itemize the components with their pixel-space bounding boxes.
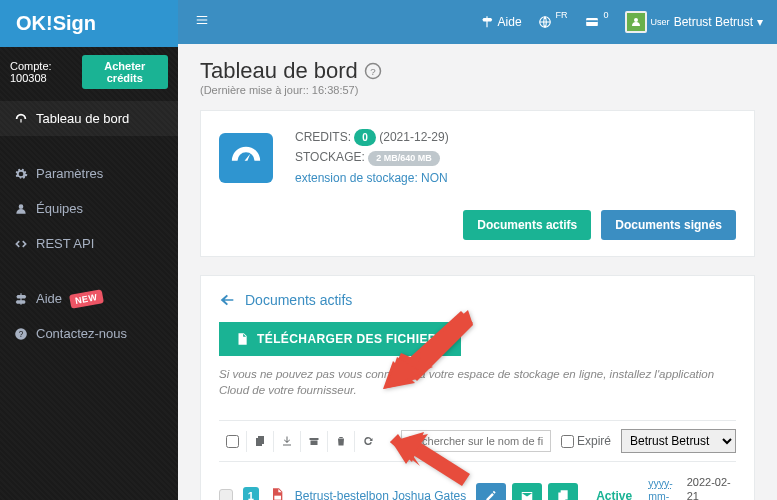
question-icon: ? <box>14 327 28 341</box>
pdf-icon <box>269 486 285 500</box>
card-badge: 0 <box>604 10 609 20</box>
row-status: Active <box>596 489 632 500</box>
svg-text:?: ? <box>370 66 376 77</box>
gear-icon <box>14 167 28 181</box>
sidebar-item-label: Contactez-nous <box>36 326 127 341</box>
topbar-help[interactable]: Aide <box>472 15 530 29</box>
svg-rect-4 <box>586 20 598 22</box>
dashboard-icon <box>14 112 28 126</box>
copy-button[interactable] <box>548 483 578 500</box>
user-filter-select[interactable]: Betrust Betrust <box>621 429 736 453</box>
topbar-help-label: Aide <box>498 15 522 29</box>
sidebar-item-settings[interactable]: Paramètres <box>0 156 178 191</box>
trash-icon[interactable] <box>328 431 355 452</box>
credits-info: CREDITS: 0 (2021-12-29) STOCKAGE: 2 MB/6… <box>295 127 449 188</box>
signpost-icon <box>14 292 28 306</box>
new-badge: NEW <box>69 289 103 308</box>
storage-extension-link[interactable]: extension de stockage: NON <box>295 171 448 185</box>
signed-documents-button[interactable]: Documents signés <box>601 210 736 240</box>
code-icon <box>14 237 28 251</box>
search-input[interactable] <box>401 430 551 452</box>
hamburger-icon <box>194 13 210 27</box>
sidebar-item-label: REST API <box>36 236 94 251</box>
sidebar-item-contact[interactable]: ? Contactez-nous <box>0 316 178 351</box>
upload-hint: Si vous ne pouvez pas vous connecter à v… <box>219 366 736 398</box>
expired-filter[interactable]: Expiré <box>561 434 611 448</box>
buy-credits-button[interactable]: Acheter crédits <box>82 55 168 89</box>
caret-down-icon: ▾ <box>757 15 763 29</box>
users-icon <box>14 202 28 216</box>
avatar <box>625 11 647 33</box>
gauge-icon <box>219 133 273 183</box>
download-icon[interactable] <box>274 431 301 452</box>
topbar-user-name: Betrust Betrust <box>674 15 753 29</box>
sidebar-item-label: Tableau de bord <box>36 111 129 126</box>
svg-text:?: ? <box>19 329 24 338</box>
edit-button[interactable] <box>476 483 506 500</box>
globe-icon <box>538 15 552 29</box>
copy-icon[interactable] <box>247 431 274 452</box>
archive-icon[interactable] <box>301 431 328 452</box>
sidebar-item-teams[interactable]: Équipes <box>0 191 178 226</box>
table-row: 1 Betrust-bestelbon Joshua Gates Active … <box>219 462 736 500</box>
avatar-alt: User <box>651 18 670 27</box>
sidebar-item-rest-api[interactable]: REST API <box>0 226 178 261</box>
card-icon <box>584 15 600 29</box>
upload-files-button[interactable]: TÉLÉCHARGER DES FICHIERS <box>219 322 461 356</box>
svg-rect-7 <box>274 495 281 499</box>
sidebar-item-label: Paramètres <box>36 166 103 181</box>
date-format-link[interactable]: yyyy-mm-dd <box>648 477 673 500</box>
sidebar-item-dashboard[interactable]: Tableau de bord <box>0 101 178 136</box>
question-circle-icon[interactable]: ? <box>364 62 382 80</box>
arrow-left-icon <box>219 292 237 308</box>
file-icon <box>235 332 249 346</box>
page-title: Tableau de bord ? <box>200 58 755 84</box>
last-updated: (Dernière mise à jour:: 16:38:57) <box>200 84 755 96</box>
sidebar-item-label: Équipes <box>36 201 83 216</box>
menu-toggle-button[interactable] <box>184 5 220 39</box>
credits-value: 0 <box>354 129 376 146</box>
active-documents-button[interactable]: Documents actifs <box>463 210 591 240</box>
sidebar-item-help[interactable]: Aide NEW <box>0 281 178 316</box>
sidebar-item-label: Aide <box>36 291 62 306</box>
row-timestamp: 2022-02-2116:36:06 <box>687 476 736 500</box>
row-count-badge: 1 <box>243 487 259 500</box>
panel-title: Documents actifs <box>245 292 352 308</box>
topbar-language[interactable]: FR <box>530 15 576 29</box>
storage-value: 2 MB/640 MB <box>368 151 440 166</box>
account-label: Compte: 100308 <box>10 60 82 84</box>
refresh-icon[interactable] <box>355 431 381 452</box>
row-checkbox[interactable] <box>219 489 233 500</box>
language-code: FR <box>556 10 568 20</box>
panel-title-bar[interactable]: Documents actifs <box>219 292 736 308</box>
brand-logo: OK!Sign <box>0 0 178 47</box>
document-link[interactable]: Betrust-bestelbon Joshua Gates <box>295 489 466 500</box>
mail-button[interactable] <box>512 483 542 500</box>
topbar-user[interactable]: User Betrust Betrust ▾ <box>617 11 771 33</box>
signpost-icon <box>480 15 494 29</box>
topbar-card[interactable]: 0 <box>576 15 617 29</box>
select-all-checkbox[interactable] <box>219 431 247 452</box>
